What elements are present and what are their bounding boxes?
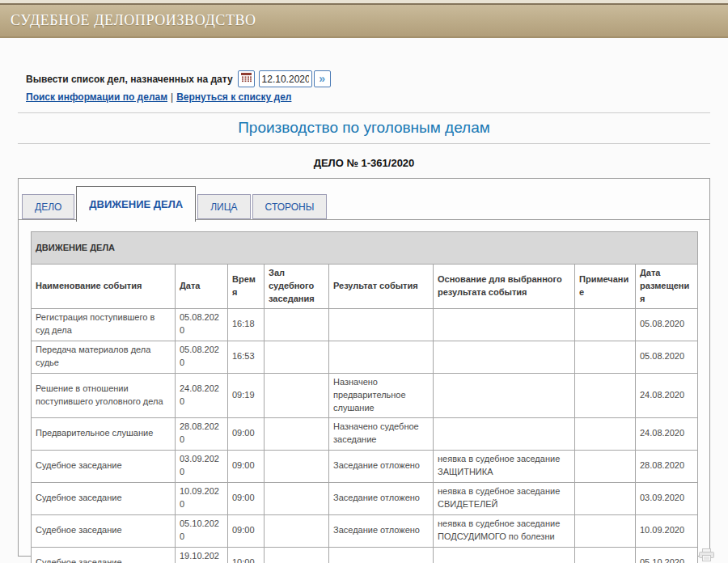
table-cell: Судебное заседание xyxy=(32,547,176,563)
table-cell: неявка в судебное заседание ЗАЩИТНИКА xyxy=(434,450,575,482)
tab-2[interactable]: ДВИЖЕНИЕ ДЕЛА xyxy=(76,186,196,222)
table-cell xyxy=(329,341,434,373)
table-cell: Назначено предварительное слушание xyxy=(329,373,434,417)
tab-bar: ДЕЛОДВИЖЕНИЕ ДЕЛАЛИЦАСТОРОНЫ xyxy=(19,186,709,219)
table-caption: ДВИЖЕНИЕ ДЕЛА xyxy=(32,232,698,265)
table-cell: неявка в судебное заседание ПОДСУДИМОГО … xyxy=(434,514,575,547)
search-cases-link[interactable]: Поиск информации по делам xyxy=(26,91,167,103)
case-number: ДЕЛО № 1-361/2020 xyxy=(0,157,728,169)
case-panel: ДЕЛОДВИЖЕНИЕ ДЕЛАЛИЦАСТОРОНЫ ДВИЖЕНИЕ ДЕ… xyxy=(18,178,710,557)
table-cell: 03.09.2020 xyxy=(636,482,698,514)
table-cell: 03.09.2020 xyxy=(176,450,228,482)
table-cell: 05.10.2020 xyxy=(176,514,228,547)
calendar-grid-icon xyxy=(241,73,252,85)
table-row: Регистрация поступившего в суд дела05.08… xyxy=(32,308,698,341)
table-cell xyxy=(434,417,575,450)
table-cell xyxy=(575,547,636,563)
date-input[interactable] xyxy=(259,70,312,87)
table-cell: 10:00 xyxy=(228,547,265,563)
back-to-list-link[interactable]: Вернуться к списку дел xyxy=(176,91,291,103)
table-cell xyxy=(265,514,329,547)
table-cell: 24.08.2020 xyxy=(636,373,698,417)
table-cell xyxy=(434,373,575,417)
table-cell xyxy=(265,308,329,341)
table-row: Предварительное слушание28.08.202009:00Н… xyxy=(32,417,698,450)
table-cell xyxy=(575,341,636,373)
table-cell: Регистрация поступившего в суд дела xyxy=(32,308,176,341)
divider-bottom xyxy=(18,143,710,144)
case-movement-table: ДВИЖЕНИЕ ДЕЛА Наименование событияДатаВр… xyxy=(31,231,698,563)
table-cell: Заседание отложено xyxy=(329,450,434,482)
column-header: Результат события xyxy=(329,265,434,309)
table-cell xyxy=(575,373,636,417)
date-filter-toolbar: Вывести список дел, назначенных на дату … xyxy=(26,70,728,87)
column-header: Дата размещения xyxy=(636,265,698,309)
table-row: Судебное заседание10.09.202009:00Заседан… xyxy=(32,482,698,514)
table-cell: Передача материалов дела судье xyxy=(32,341,176,373)
column-header: Примечание xyxy=(575,265,636,309)
table-cell: 10.09.2020 xyxy=(636,514,698,547)
table-cell: 09:19 xyxy=(228,373,265,417)
column-header: Дата xyxy=(176,265,228,309)
table-cell: 05.08.2020 xyxy=(176,308,228,341)
table-cell: Заседание отложено xyxy=(329,482,434,514)
table-cell: Решение в отношении поступившего уголовн… xyxy=(32,373,176,417)
table-cell: 24.08.2020 xyxy=(176,373,228,417)
table-row: Судебное заседание03.09.202009:00Заседан… xyxy=(32,450,698,482)
table-cell: 24.08.2020 xyxy=(636,417,698,450)
table-row: Решение в отношении поступившего уголовн… xyxy=(32,373,698,417)
table-cell: 09:00 xyxy=(228,417,265,450)
table-cell: 28.08.2020 xyxy=(636,450,698,482)
date-filter-label: Вывести список дел, назначенных на дату xyxy=(26,74,233,85)
table-cell xyxy=(575,450,636,482)
table-cell xyxy=(265,373,329,417)
header-bar: СУДЕБНОЕ ДЕЛОПРОИЗВОДСТВО xyxy=(0,5,728,38)
table-cell: неявка в судебное заседание СВИДЕТЕЛЕЙ xyxy=(434,482,575,514)
table-cell xyxy=(434,341,575,373)
table-cell: Заседание отложено xyxy=(329,514,434,547)
table-cell xyxy=(265,417,329,450)
column-header: Зал судебного заседания xyxy=(265,265,329,309)
section-title: Производство по уголовным делам xyxy=(0,113,728,143)
table-caption-row: ДВИЖЕНИЕ ДЕЛА xyxy=(32,232,698,265)
show-list-button[interactable]: » xyxy=(314,70,331,87)
table-cell: 16:53 xyxy=(228,341,265,373)
table-cell: Судебное заседание xyxy=(32,514,176,547)
nav-links: Поиск информации по делам|Вернуться к сп… xyxy=(26,91,728,103)
table-cell xyxy=(265,341,329,373)
table-cell: 10.09.2020 xyxy=(176,482,228,514)
column-header: Основание для выбранного результата собы… xyxy=(434,265,575,309)
calendar-button[interactable] xyxy=(238,70,255,87)
table-cell: Предварительное слушание xyxy=(32,417,176,450)
table-cell: 05.10.2020 xyxy=(636,547,698,563)
tab-3[interactable]: ЛИЦА xyxy=(197,194,250,219)
table-cell xyxy=(434,547,575,563)
table-cell: 05.08.2020 xyxy=(636,308,698,341)
table-cell xyxy=(575,514,636,547)
table-header-row: Наименование событияДатаВремяЗал судебно… xyxy=(32,265,698,309)
table-cell xyxy=(575,417,636,450)
table-cell xyxy=(329,547,434,563)
tab-1[interactable]: ДЕЛО xyxy=(22,194,74,219)
table-cell: 09:00 xyxy=(228,482,265,514)
table-cell: 05.08.2020 xyxy=(636,341,698,373)
double-chevron-icon: » xyxy=(319,73,325,86)
table-row: Судебное заседание19.10.202010:0005.10.2… xyxy=(32,547,698,563)
table-cell: 16:18 xyxy=(228,308,265,341)
link-separator: | xyxy=(171,91,173,103)
table-row: Передача материалов дела судье05.08.2020… xyxy=(32,341,698,373)
table-cell xyxy=(434,308,575,341)
table-cell xyxy=(575,482,636,514)
table-cell xyxy=(265,450,329,482)
table-cell: Судебное заседание xyxy=(32,450,176,482)
app-title: СУДЕБНОЕ ДЕЛОПРОИЗВОДСТВО xyxy=(11,12,256,29)
table-cell: 09:00 xyxy=(228,514,265,547)
table-cell xyxy=(265,547,329,563)
app-header: СУДЕБНОЕ ДЕЛОПРОИЗВОДСТВО xyxy=(0,0,728,38)
table-cell: Назначено судебное заседание xyxy=(329,417,434,450)
table-cell xyxy=(265,482,329,514)
tab-4[interactable]: СТОРОНЫ xyxy=(252,194,328,219)
table-cell: 28.08.2020 xyxy=(176,417,228,450)
table-cell: 19.10.2020 xyxy=(176,547,228,563)
table-cell: 05.08.2020 xyxy=(176,341,228,373)
